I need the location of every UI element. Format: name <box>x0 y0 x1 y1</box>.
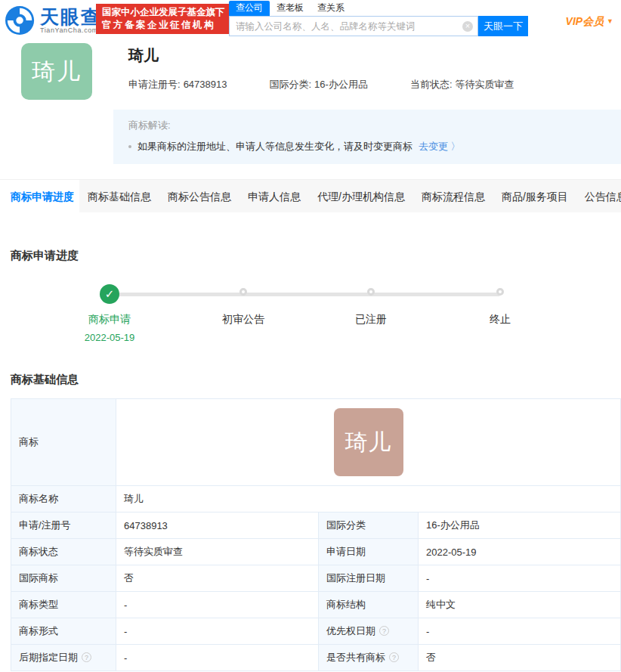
pending-dot-icon <box>239 288 247 296</box>
cell-value: 2022-05-19 <box>419 539 621 565</box>
search-tab-boss[interactable]: 查老板 <box>270 1 310 16</box>
tab-gazette-info[interactable]: 公告信息 <box>576 180 621 212</box>
search-tab-relation[interactable]: 查关系 <box>310 1 351 16</box>
cell-label: 国际商标 <box>11 565 116 592</box>
progress-stepper: ✓ 商标申请 2022-05-19 初审公告 已注册 终止 <box>0 284 621 357</box>
check-icon: ✓ <box>100 284 119 304</box>
bullet-icon <box>128 145 131 148</box>
help-icon[interactable]: ? <box>379 626 389 636</box>
cell-value: 纯中文 <box>419 592 621 618</box>
meta-intl-class: 国际分类:16-办公用品 <box>269 78 367 91</box>
search-input[interactable] <box>229 16 478 36</box>
cell-label: 后期指定日期? <box>11 645 116 671</box>
section-tabbar: 商标申请进度 商标基础信息 商标公告信息 申请人信息 代理/办理机构信息 商标流… <box>0 179 621 212</box>
top-header: 天眼查 TianYanCha.com 国家中小企业发展子基金旗下 官方备案企业征… <box>0 0 621 38</box>
section-title-basic-info: 商标基础信息 <box>11 373 621 387</box>
help-icon[interactable]: ? <box>82 652 91 662</box>
cell-value: 否 <box>419 645 621 671</box>
interpretation-box: 商标解读: 如果商标的注册地址、申请人等信息发生变化，请及时变更商标 去变更 〉 <box>113 110 621 164</box>
table-row-trademark-image: 商标 琦儿 <box>11 399 621 486</box>
clear-icon[interactable]: × <box>462 21 473 32</box>
cell-value: 否 <box>116 565 319 592</box>
change-trademark-link[interactable]: 去变更 〉 <box>419 140 461 153</box>
trademark-image: 琦儿 <box>334 408 403 476</box>
logo-subtitle: TianYanCha.com <box>40 26 101 34</box>
cell-label: 商标形式 <box>11 618 116 645</box>
vip-menu[interactable]: VIP会员 ▼ <box>566 15 613 29</box>
cell-value: 16-办公用品 <box>419 513 621 539</box>
vip-label: VIP会员 <box>566 15 604 27</box>
cell-label: 商标类型 <box>11 592 116 618</box>
pending-dot-icon <box>496 288 504 296</box>
cell-value: - <box>116 592 319 618</box>
step-application: ✓ 商标申请 2022-05-19 <box>57 284 162 343</box>
step-terminated: 终止 <box>447 284 553 327</box>
basic-info-table: 商标 琦儿 商标名称 琦儿 申请/注册号 64738913 国际分类 16-办公… <box>11 398 621 671</box>
cell-value: 琦儿 <box>116 486 621 513</box>
cell-value: - <box>116 618 319 645</box>
help-icon[interactable]: ? <box>389 652 399 662</box>
trademark-meta: 申请注册号:64738913 国际分类:16-办公用品 当前状态:等待实质审查 <box>128 78 621 91</box>
interpretation-title: 商标解读: <box>128 119 613 132</box>
meta-current-status: 当前状态:等待实质审查 <box>410 78 514 91</box>
table-row: 后期指定日期? - 是否共有商标? 否 <box>11 645 621 671</box>
tab-basic-info[interactable]: 商标基础信息 <box>79 180 159 212</box>
tab-agency-info[interactable]: 代理/办理机构信息 <box>309 180 413 212</box>
table-row: 申请/注册号 64738913 国际分类 16-办公用品 <box>11 513 621 539</box>
tab-process-info[interactable]: 商标流程信息 <box>413 180 493 212</box>
trademark-profile: 琦儿 琦儿 申请注册号:64738913 国际分类:16-办公用品 当前状态:等… <box>0 38 621 155</box>
cell-label: 商标结构 <box>319 592 419 618</box>
cell-label: 是否共有商标? <box>319 645 419 671</box>
badge-line1: 国家中小企业发展子基金旗下 <box>102 6 225 19</box>
badge-line2: 官方备案企业征信机构 <box>102 19 225 32</box>
cell-label: 商标 <box>11 399 116 486</box>
caret-down-icon: ▼ <box>607 17 613 25</box>
table-row: 商标名称 琦儿 <box>11 486 621 513</box>
step-date: 2022-05-19 <box>57 332 162 343</box>
interpretation-tip: 如果商标的注册地址、申请人等信息发生变化，请及时变更商标 <box>137 140 412 153</box>
search-area: 查公司 查老板 查关系 × 天眼一下 <box>229 1 528 36</box>
trademark-detail-page: { "colors": { "brand_blue": "#0084ff", "… <box>0 0 621 672</box>
cell-label: 商标状态 <box>11 539 116 565</box>
search-button[interactable]: 天眼一下 <box>478 16 528 36</box>
cell-label: 申请日期 <box>319 539 419 565</box>
step-preliminary-announcement: 初审公告 <box>190 284 296 327</box>
table-row: 商标形式 - 优先权日期? - <box>11 618 621 645</box>
search-tab-company[interactable]: 查公司 <box>229 1 270 16</box>
cell-value: - <box>419 565 621 592</box>
section-title-progress: 商标申请进度 <box>11 249 621 263</box>
tab-applicant-info[interactable]: 申请人信息 <box>239 180 309 212</box>
search-tabs: 查公司 查老板 查关系 <box>229 1 528 16</box>
pending-dot-icon <box>367 288 375 296</box>
cell-label: 申请/注册号 <box>11 513 116 539</box>
tianyancha-logo[interactable]: 天眼查 TianYanCha.com <box>5 5 101 36</box>
stepper-line <box>110 293 500 296</box>
table-row: 商标状态 等待实质审查 申请日期 2022-05-19 <box>11 539 621 565</box>
page-title: 琦儿 <box>128 45 621 66</box>
tab-announcement-info[interactable]: 商标公告信息 <box>159 180 239 212</box>
tab-application-progress[interactable]: 商标申请进度 <box>0 180 79 212</box>
official-badge: 国家中小企业发展子基金旗下 官方备案企业征信机构 <box>96 4 231 34</box>
cell-value: 64738913 <box>116 513 319 539</box>
main-content: 商标申请进度 ✓ 商标申请 2022-05-19 初审公告 已注册 终止 商标基… <box>0 249 621 671</box>
tianyancha-logo-icon <box>5 5 36 36</box>
cell-value: - <box>116 645 319 671</box>
tab-goods-services[interactable]: 商品/服务项目 <box>493 180 576 212</box>
meta-reg-number: 申请注册号:64738913 <box>128 78 227 91</box>
cell-value: - <box>419 618 621 645</box>
trademark-avatar: 琦儿 <box>21 43 92 100</box>
logo-title: 天眼查 <box>40 7 101 26</box>
step-registered: 已注册 <box>318 284 424 327</box>
table-row: 商标类型 - 商标结构 纯中文 <box>11 592 621 618</box>
cell-label: 商标名称 <box>11 486 116 513</box>
cell-value: 等待实质审查 <box>116 539 319 565</box>
cell-label: 国际注册日期 <box>319 565 419 592</box>
cell-label: 优先权日期? <box>319 618 419 645</box>
cell-label: 国际分类 <box>319 513 419 539</box>
table-row: 国际商标 否 国际注册日期 - <box>11 565 621 592</box>
